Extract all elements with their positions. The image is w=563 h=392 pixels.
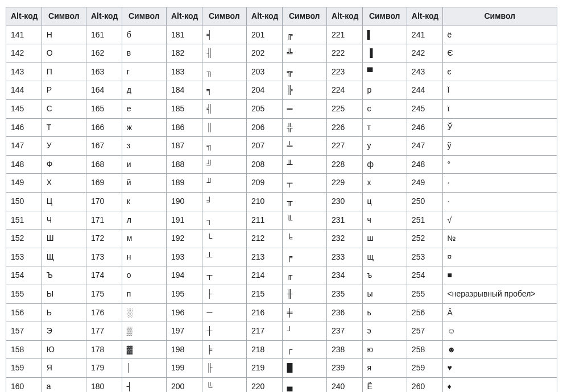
alt-code-cell: 167 [86,137,122,156]
alt-code-cell: 215 [246,285,282,303]
symbol-cell: ╚ [202,377,246,392]
alt-code-cell: 258 [407,340,442,359]
table-row: 141Н161б181╡201╔221▌241ё [6,26,557,44]
symbol-cell: ╟ [202,359,246,378]
alt-code-cell: 224 [326,81,362,100]
symbol-cell: ї [442,99,557,118]
symbol-cell: ╦ [282,62,326,81]
alt-code-cell: 168 [86,155,122,174]
alt-code-cell: 226 [326,118,362,137]
alt-code-cell: 185 [166,99,202,118]
alt-code-cell: 218 [246,340,282,359]
table-row: 155Ы175п195├215╫235ы255<неразрывный проб… [6,285,557,303]
header-code-4: Alt-код [326,7,362,26]
alt-code-cell: 141 [6,26,42,44]
symbol-cell: Х [42,174,86,193]
symbol-cell: п [122,285,166,303]
alt-code-cell: 229 [326,174,362,193]
symbol-cell: █ [282,359,326,378]
alt-code-cell: 202 [246,44,282,63]
symbol-cell: ╤ [282,174,326,193]
symbol-cell: ☻ [442,340,557,359]
alt-code-cell: 207 [246,137,282,156]
alt-code-cell: 254 [407,266,442,285]
header-code-5: Alt-код [407,7,442,26]
alt-code-cell: 250 [407,192,442,211]
symbol-cell: ы [362,285,407,303]
alt-code-cell: 142 [6,44,42,63]
alt-code-cell: 192 [166,230,202,248]
alt-code-cell: 241 [407,26,442,44]
symbol-cell: с [362,99,407,118]
alt-code-cell: 205 [246,99,282,118]
alt-code-cell: 248 [407,155,442,174]
alt-code-cell: 160 [6,377,42,392]
symbol-cell: ♦ [442,377,557,392]
symbol-cell: о [122,266,166,285]
symbol-cell: ╝ [202,155,246,174]
table-row: 153Щ173н193┴213╒233щ253¤ [6,248,557,266]
alt-code-cell: 162 [86,44,122,63]
symbol-cell: и [122,155,166,174]
alt-code-cell: 256 [407,303,442,322]
symbol-cell: Ю [42,340,86,359]
table-row: 142О162в182╢202╩222▐242Є [6,44,557,63]
symbol-cell: ъ [362,266,407,285]
alt-code-cell: 189 [166,174,202,193]
alt-code-cell: 158 [6,340,42,359]
alt-code-cell: 191 [166,211,202,230]
symbol-cell: ш [362,230,407,248]
symbol-cell: Ц [42,192,86,211]
header-code-3: Alt-код [246,7,282,26]
alt-code-cell: 197 [166,322,202,341]
table-row: 146Т166ж186║206╬226т246Ў [6,118,557,137]
alt-code-cell: 214 [246,266,282,285]
header-code-1: Alt-код [86,7,122,26]
symbol-cell: Ь [42,303,86,322]
symbol-cell: ├ [202,285,246,303]
symbol-cell: ▌ [362,26,407,44]
alt-code-cell: 247 [407,137,442,156]
alt-code-cell: 198 [166,340,202,359]
symbol-cell: ☺ [442,322,557,341]
alt-code-cell: 249 [407,174,442,193]
alt-code-cell: 179 [86,359,122,378]
symbol-cell: Ї [442,81,557,100]
symbol-cell: я [362,359,407,378]
table-row: 150Ц170к190╛210╥230ц250· [6,192,557,211]
symbol-cell: ░ [122,303,166,322]
symbol-cell: Н [42,26,86,44]
alt-code-cell: 196 [166,303,202,322]
symbol-cell: ╬ [282,118,326,137]
symbol-cell: з [122,137,166,156]
alt-code-cell: 157 [6,322,42,341]
alt-code-cell: 184 [166,81,202,100]
header-code-2: Alt-код [166,7,202,26]
table-row: 143П163г183╖203╦223▀243є [6,62,557,81]
symbol-cell: ╫ [282,285,326,303]
symbol-cell: Я [42,359,86,378]
symbol-cell: │ [122,359,166,378]
table-row: 154Ъ174о194┬214╓234ъ254■ [6,266,557,285]
table-row: 157Э177▒197┼217┘237э257☺ [6,322,557,341]
alt-code-cell: 221 [326,26,362,44]
header-symbol-3: Символ [282,7,326,26]
symbol-cell: ж [122,118,166,137]
alt-code-cell: 240 [326,377,362,392]
alt-code-cell: 151 [6,211,42,230]
symbol-cell: т [362,118,407,137]
symbol-cell: ▓ [122,340,166,359]
symbol-cell: ┐ [202,211,246,230]
symbol-cell: ё [442,26,557,44]
symbol-cell: ў [442,137,557,156]
symbol-cell: к [122,192,166,211]
alt-code-cell: 257 [407,322,442,341]
alt-code-cell: 166 [86,118,122,137]
alt-code-cell: 143 [6,62,42,81]
alt-code-cell: 144 [6,81,42,100]
symbol-cell: ╜ [202,174,246,193]
alt-code-cell: 238 [326,340,362,359]
header-symbol-1: Символ [122,7,166,26]
symbol-cell: ║ [202,118,246,137]
symbol-cell: б [122,26,166,44]
